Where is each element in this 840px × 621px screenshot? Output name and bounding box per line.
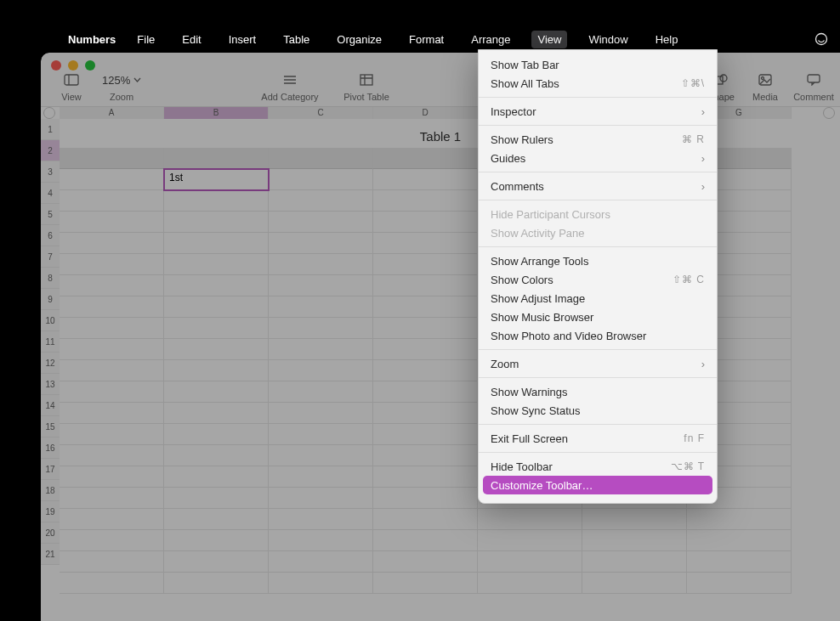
cell[interactable] bbox=[164, 466, 269, 488]
minimize-window-button[interactable] bbox=[68, 60, 78, 71]
cell[interactable] bbox=[269, 530, 373, 551]
menubar-item-view[interactable]: View bbox=[531, 31, 567, 48]
cell[interactable] bbox=[373, 190, 478, 212]
cell[interactable] bbox=[269, 296, 373, 318]
cell[interactable] bbox=[269, 360, 373, 381]
close-window-button[interactable] bbox=[51, 60, 61, 71]
menu-item-show-sync-status[interactable]: Show Sync Status bbox=[479, 401, 717, 420]
view-toolbar-button[interactable]: View bbox=[53, 71, 90, 102]
cell[interactable] bbox=[164, 530, 269, 551]
cell[interactable]: 1st bbox=[164, 169, 269, 190]
column-header[interactable]: B bbox=[164, 107, 269, 119]
row-number[interactable]: 20 bbox=[41, 522, 60, 544]
row-number[interactable]: 15 bbox=[41, 416, 60, 438]
cell[interactable] bbox=[164, 424, 269, 445]
cell[interactable] bbox=[582, 551, 687, 573]
menubar-item-format[interactable]: Format bbox=[403, 31, 450, 48]
cell[interactable] bbox=[373, 381, 478, 403]
menu-item-show-photo-and-video-browser[interactable]: Show Photo and Video Browser bbox=[479, 326, 717, 345]
cell[interactable] bbox=[582, 509, 687, 530]
cell[interactable] bbox=[60, 275, 164, 296]
cell[interactable] bbox=[373, 318, 478, 339]
cell[interactable] bbox=[60, 233, 164, 254]
column-header[interactable]: D bbox=[373, 107, 478, 119]
cell[interactable] bbox=[269, 573, 373, 594]
cell[interactable] bbox=[164, 360, 269, 381]
cell[interactable] bbox=[164, 212, 269, 233]
cell[interactable] bbox=[60, 424, 164, 445]
cell[interactable] bbox=[269, 424, 373, 445]
row-number[interactable]: 7 bbox=[41, 246, 60, 268]
row-number[interactable]: 6 bbox=[41, 225, 60, 246]
cell[interactable] bbox=[269, 190, 373, 212]
cell[interactable] bbox=[269, 403, 373, 424]
menu-item-zoom[interactable]: Zoom› bbox=[479, 354, 717, 373]
row-number[interactable]: 9 bbox=[41, 289, 60, 310]
menubar-item-help[interactable]: Help bbox=[650, 31, 684, 48]
cell[interactable] bbox=[60, 190, 164, 212]
row-number[interactable]: 13 bbox=[41, 374, 60, 395]
row-number[interactable]: 21 bbox=[41, 544, 60, 565]
cell[interactable] bbox=[60, 466, 164, 488]
menubar-item-window[interactable]: Window bbox=[582, 31, 633, 48]
menubar-item-organize[interactable]: Organize bbox=[331, 31, 388, 48]
cell[interactable] bbox=[164, 296, 269, 318]
cell[interactable] bbox=[60, 212, 164, 233]
cell[interactable] bbox=[687, 551, 792, 573]
row-number[interactable]: 19 bbox=[41, 501, 60, 522]
row-number[interactable]: 14 bbox=[41, 395, 60, 416]
cell[interactable] bbox=[373, 169, 478, 190]
cell[interactable] bbox=[60, 360, 164, 381]
menubar-item-arrange[interactable]: Arrange bbox=[465, 31, 516, 48]
cell[interactable] bbox=[269, 466, 373, 488]
menu-item-show-rulers[interactable]: Show Rulers⌘ R bbox=[479, 130, 717, 149]
cell[interactable] bbox=[164, 573, 269, 594]
cell[interactable] bbox=[60, 148, 164, 169]
cell[interactable] bbox=[269, 339, 373, 360]
cell[interactable] bbox=[687, 509, 792, 530]
cell[interactable] bbox=[60, 254, 164, 275]
cell[interactable] bbox=[373, 148, 478, 169]
cell[interactable] bbox=[373, 275, 478, 296]
cell[interactable] bbox=[582, 573, 687, 594]
menubar-item-edit[interactable]: Edit bbox=[176, 31, 207, 48]
cell[interactable] bbox=[60, 339, 164, 360]
cell[interactable] bbox=[373, 296, 478, 318]
cell[interactable] bbox=[269, 509, 373, 530]
menubar-item-insert[interactable]: Insert bbox=[223, 31, 263, 48]
cell[interactable] bbox=[269, 445, 373, 466]
cell[interactable] bbox=[60, 403, 164, 424]
menu-item-guides[interactable]: Guides› bbox=[479, 149, 717, 167]
cell[interactable] bbox=[164, 381, 269, 403]
cell[interactable] bbox=[269, 275, 373, 296]
cell[interactable] bbox=[373, 573, 478, 594]
cell[interactable] bbox=[164, 275, 269, 296]
cell[interactable] bbox=[269, 233, 373, 254]
cell[interactable] bbox=[269, 381, 373, 403]
maximize-window-button[interactable] bbox=[85, 60, 95, 71]
cell[interactable] bbox=[60, 530, 164, 551]
cell[interactable] bbox=[60, 488, 164, 509]
row-number[interactable]: 8 bbox=[41, 268, 60, 289]
cell[interactable] bbox=[582, 530, 687, 551]
cell[interactable] bbox=[60, 381, 164, 403]
cell[interactable] bbox=[373, 339, 478, 360]
row-number[interactable]: 16 bbox=[41, 438, 60, 459]
menu-item-show-warnings[interactable]: Show Warnings bbox=[479, 382, 717, 401]
menubar-item-file[interactable]: File bbox=[131, 31, 161, 48]
cell[interactable] bbox=[373, 551, 478, 573]
comment-toolbar-button[interactable]: Comment bbox=[787, 71, 840, 102]
cell[interactable] bbox=[269, 318, 373, 339]
cell[interactable] bbox=[269, 488, 373, 509]
cell[interactable] bbox=[164, 551, 269, 573]
cell[interactable] bbox=[373, 530, 478, 551]
menu-item-comments[interactable]: Comments› bbox=[479, 177, 717, 195]
row-number[interactable]: 4 bbox=[41, 183, 60, 204]
menu-item-show-adjust-image[interactable]: Show Adjust Image bbox=[479, 289, 717, 308]
cell[interactable] bbox=[60, 509, 164, 530]
row-number[interactable]: 18 bbox=[41, 480, 60, 501]
cell[interactable] bbox=[164, 190, 269, 212]
row-number[interactable]: 3 bbox=[41, 161, 60, 183]
cell[interactable] bbox=[164, 233, 269, 254]
app-name[interactable]: Numbers bbox=[68, 33, 116, 46]
